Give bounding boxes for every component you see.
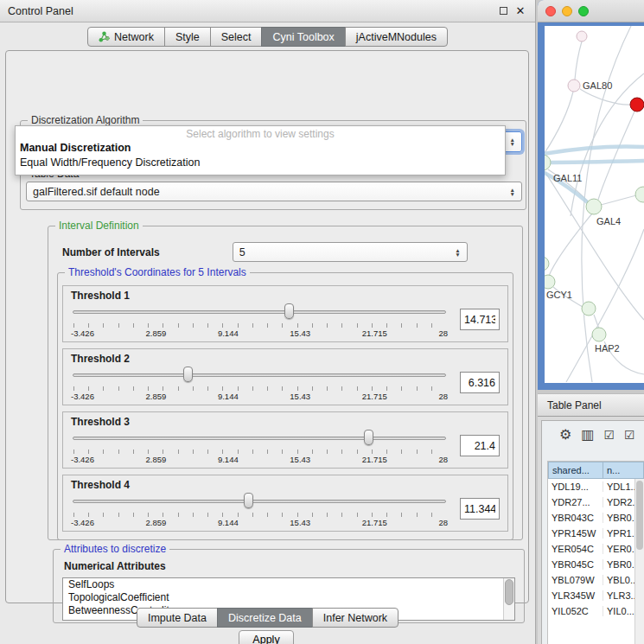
table-row[interactable]: YPR145WYPR1... [548, 526, 644, 541]
cell-shared-name[interactable]: YBR045C [548, 559, 603, 570]
threshold-slider[interactable]: -3.426 2.859 9.144 15.43 21.715 28 [71, 429, 448, 467]
dropdown-option-equal-width-frequency[interactable]: Equal Width/Frequency Discretization [16, 156, 505, 170]
network-node[interactable] [545, 257, 549, 271]
scale-label: -3.426 [71, 392, 94, 401]
dropdown-option-manual-discretization[interactable]: Manual Discretization [16, 141, 505, 156]
network-node[interactable] [586, 199, 602, 214]
control-panel-window: Control Panel ✕ Network Style Select Cyn… [0, 0, 536, 644]
tab-label: Select [221, 31, 252, 43]
table-toolbar: ⚙ ▥ ☑ ☑ [542, 421, 644, 449]
table-row[interactable]: YER054CYER0... [548, 541, 644, 557]
list-item[interactable]: SelfLoops [63, 578, 514, 591]
tab-discretize-data[interactable]: Discretize Data [217, 608, 313, 628]
cell-shared-name[interactable]: YPR145W [548, 528, 603, 539]
slider-thumb[interactable] [244, 493, 253, 508]
cell-shared-name[interactable]: YDL19... [548, 481, 603, 492]
table-row[interactable]: YDL19...YDL1... [548, 479, 644, 494]
table-row[interactable]: YBL079WYBL0... [548, 572, 644, 588]
network-node[interactable] [545, 155, 551, 170]
threshold-slider[interactable]: -3.426 2.859 9.144 15.43 21.715 28 [71, 366, 448, 404]
slider-thumb[interactable] [284, 303, 294, 319]
cyni-toolbox-panel: Discretization Algorithm ▲ ▼ Table Data … [5, 50, 529, 603]
tab-infer-network[interactable]: Infer Network [312, 608, 399, 628]
node-table: shared... n... YDL19...YDL1... YDR27...Y… [547, 461, 644, 644]
select-none-icon[interactable]: ☑ [624, 428, 635, 442]
slider-track[interactable] [73, 373, 446, 377]
threshold-row: Threshold 2 -3.426 2.859 9.144 1 [62, 348, 508, 405]
close-traffic-light-button[interactable] [545, 6, 556, 16]
threshold-label: Threshold 3 [71, 416, 500, 428]
stepper-down-icon: ▼ [510, 142, 515, 146]
slider-track[interactable] [73, 437, 446, 440]
threshold-value-input[interactable] [460, 435, 500, 456]
table-row[interactable]: YIL052CYIL0... [548, 603, 644, 619]
node-label: GAL4 [596, 216, 621, 226]
float-window-button[interactable] [496, 4, 510, 18]
scale-label: 28 [438, 518, 448, 527]
cell-shared-name[interactable]: YLR345W [548, 590, 603, 601]
scrollbar-thumb[interactable] [505, 579, 513, 605]
threshold-slider[interactable]: -3.426 2.859 9.144 15.43 21.715 28 [71, 492, 448, 530]
column-header-shared-name[interactable]: shared... [548, 462, 603, 479]
cell-shared-name[interactable]: YER054C [548, 544, 603, 554]
tab-select[interactable]: Select [210, 27, 263, 47]
network-node-selected[interactable] [630, 98, 644, 112]
table-row[interactable]: YBR043CYBR0... [548, 510, 644, 526]
slider-track[interactable] [73, 310, 446, 314]
scale-label: -3.426 [71, 455, 94, 464]
scale-label: 9.144 [218, 328, 239, 338]
dropdown-hint: Select algorithm to view settings [16, 128, 505, 141]
close-window-button[interactable]: ✕ [513, 4, 527, 18]
list-item[interactable]: TopologicalCoefficient [63, 591, 514, 604]
combo-stepper-icon: ▲ ▼ [510, 188, 515, 196]
node-label: GAL80 [583, 80, 612, 91]
zoom-traffic-light-button[interactable] [578, 6, 589, 16]
tab-cyni-toolbox[interactable]: Cyni Toolbox [261, 27, 345, 47]
threshold-value-input[interactable] [460, 372, 500, 393]
number-of-intervals-combobox[interactable]: 5 ▲ ▼ [233, 242, 468, 262]
gear-icon[interactable]: ⚙ [559, 428, 571, 442]
scrollbar-thumb[interactable] [636, 481, 643, 550]
threshold-value-input[interactable] [460, 498, 500, 520]
tab-impute-data[interactable]: Impute Data [137, 608, 218, 628]
slider-ticks [73, 323, 446, 328]
tab-jactivemnodules[interactable]: jActiveMNodules [345, 27, 448, 47]
slider-thumb[interactable] [364, 430, 373, 445]
number-of-intervals-value: 5 [239, 246, 245, 258]
column-header-name[interactable]: n... [603, 462, 644, 479]
minimize-traffic-light-button[interactable] [562, 6, 572, 16]
slider-scale: -3.426 2.859 9.144 15.43 21.715 28 [71, 392, 448, 401]
apply-button[interactable]: Apply [239, 630, 294, 644]
tab-style[interactable]: Style [164, 27, 211, 47]
top-tab-bar: Network Style Select Cyni Toolbox jActiv… [0, 27, 535, 47]
network-canvas[interactable]: GAL80 GAL11 GAL4 GCY1 HAP2 [545, 26, 644, 383]
network-node[interactable] [635, 187, 644, 202]
cell-shared-name[interactable]: YIL052C [548, 606, 603, 616]
cell-shared-name[interactable]: YBR043C [548, 513, 603, 523]
table-row[interactable]: YBR045CYBR0... [548, 557, 644, 572]
network-node[interactable] [582, 302, 596, 316]
network-node[interactable] [592, 328, 606, 341]
group-title: Threshold's Coordinates for 5 Intervals [65, 266, 250, 278]
cell-shared-name[interactable]: YBL079W [548, 575, 603, 585]
table-data-combobox[interactable]: galFiltered.sif default node ▲ ▼ [26, 182, 522, 201]
tab-network[interactable]: Network [87, 27, 165, 47]
table-vertical-scrollbar[interactable] [634, 479, 644, 644]
table-row[interactable]: YDR27...YDR2... [548, 494, 644, 510]
select-all-icon[interactable]: ☑ [603, 428, 615, 442]
columns-icon[interactable]: ▥ [581, 428, 594, 442]
network-node[interactable] [577, 31, 587, 41]
slider-track[interactable] [73, 500, 446, 503]
combo-stepper-icon: ▲ ▼ [455, 248, 460, 257]
float-window-icon [500, 7, 507, 15]
network-node[interactable] [545, 275, 555, 289]
scale-label: 9.144 [218, 392, 239, 401]
scale-label: 15.43 [290, 328, 310, 338]
scale-label: -3.426 [71, 518, 94, 527]
cell-shared-name[interactable]: YDR27... [548, 497, 603, 507]
threshold-value-input[interactable] [460, 309, 500, 330]
slider-thumb[interactable] [183, 367, 193, 382]
network-node[interactable] [568, 80, 580, 92]
table-row[interactable]: YLR345WYLR3... [548, 588, 644, 603]
threshold-slider[interactable]: -3.426 2.859 9.144 15.43 21.715 28 [71, 303, 448, 341]
